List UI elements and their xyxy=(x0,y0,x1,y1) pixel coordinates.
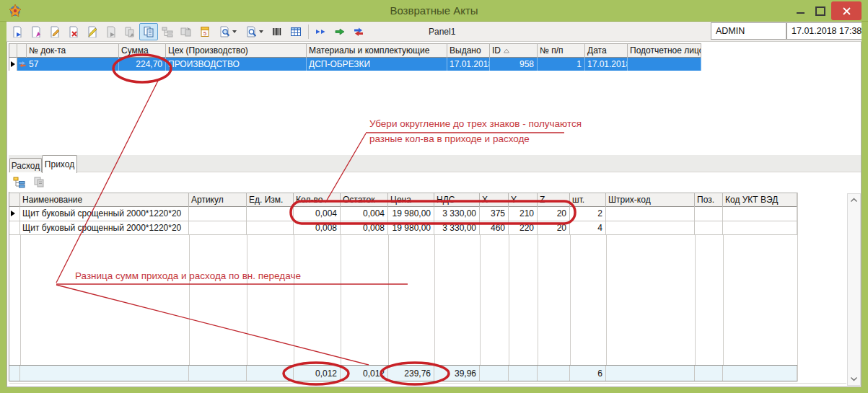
summary-cell-vat: 39,96 xyxy=(434,366,480,381)
cell-y[interactable]: 220 xyxy=(509,221,538,235)
cell-price[interactable]: 19 980,00 xyxy=(388,221,434,235)
bottom-grid-header-y[interactable]: Y xyxy=(509,193,538,207)
tab-prihod[interactable]: Приход xyxy=(42,155,77,173)
cell-x[interactable]: 460 xyxy=(480,221,509,235)
top-grid-header-materials[interactable]: Материалы и комплектующие xyxy=(307,43,447,58)
grid-bottom-line xyxy=(9,383,846,384)
grid-column-line xyxy=(294,235,294,365)
grid-column-line xyxy=(189,235,190,365)
bottom-grid-header-barcode[interactable]: Штрих-код xyxy=(606,193,695,207)
top-grid-header-doc-number[interactable]: № док-та xyxy=(27,43,119,58)
grid-column-line xyxy=(509,235,509,365)
cell-doc-number[interactable]: 57 xyxy=(27,58,119,71)
cell-ukt-code[interactable] xyxy=(723,207,797,221)
grids-layer: № док-таСуммаЦех (Производство)Материалы… xyxy=(0,0,868,393)
cell-unit[interactable] xyxy=(247,221,294,235)
cell-materials[interactable]: ДСП-ОБРЕЗКИ xyxy=(307,58,447,71)
summary-cell-qty: 0,012 xyxy=(294,366,341,381)
bottom-grid-header-name[interactable]: Наименование xyxy=(20,193,189,207)
cell-vat[interactable]: 3 330,00 xyxy=(434,221,480,235)
grid-column-line xyxy=(247,235,247,365)
cell-unit[interactable] xyxy=(247,207,294,221)
summary-cell-z xyxy=(538,366,570,381)
grid-column-line xyxy=(388,235,389,365)
cell-pcs[interactable]: 2 xyxy=(570,207,606,221)
cell-name[interactable]: Щит буковый срощенный 2000*1220*20 xyxy=(20,207,189,221)
bottom-grid-header-price[interactable]: Цена xyxy=(388,193,434,207)
row-indicator xyxy=(9,207,20,221)
grid-column-line xyxy=(606,235,607,365)
cell-rest[interactable]: 0,008 xyxy=(341,221,388,235)
cell-vat[interactable]: 3 330,00 xyxy=(434,207,480,221)
cell-sum[interactable]: 224,70 xyxy=(119,58,166,71)
summary-cell-name xyxy=(20,366,189,381)
table-row[interactable]: Щит буковый срощенный 2000*1220*200,0080… xyxy=(9,221,797,236)
bottom-grid-header-rest[interactable]: Остаток xyxy=(341,193,388,207)
bottom-grid-header-article[interactable]: Артикул xyxy=(189,193,247,207)
table-row[interactable]: Щит буковый срощенный 2000*1220*200,0040… xyxy=(9,207,797,221)
cell-rest[interactable]: 0,004 xyxy=(341,207,388,221)
cell-x[interactable]: 375 xyxy=(480,207,509,221)
cell-z[interactable]: 20 xyxy=(538,221,570,235)
cell-barcode[interactable] xyxy=(606,221,695,235)
bottom-grid-header-vat[interactable]: НДС xyxy=(434,193,480,207)
annotation-rounding-note-line2: разные кол-ва в приходе и расходе xyxy=(369,131,582,146)
top-grid-header-id[interactable]: ID xyxy=(490,43,538,58)
top-grid-header-sum[interactable]: Сумма xyxy=(119,43,166,58)
cell-workshop[interactable]: ПРОИЗВОДСТВО xyxy=(166,58,307,71)
top-grid-header-date[interactable]: Дата xyxy=(585,43,628,58)
bottom-grid-header-pos[interactable]: Поз. xyxy=(695,193,723,207)
top-grid-header-workshop[interactable]: Цех (Производство) xyxy=(166,43,307,58)
bottom-grid-header-qty[interactable]: Кол-во xyxy=(294,193,341,207)
row-transfer-icon-cell xyxy=(17,58,27,71)
top-grid-header-accountable[interactable]: Подотчетное лицо xyxy=(628,43,701,58)
cell-pcs[interactable]: 4 xyxy=(570,221,606,235)
cell-ukt-code[interactable] xyxy=(723,221,797,235)
cell-barcode[interactable] xyxy=(606,207,695,221)
summary-cell-rest: 0,012 xyxy=(341,366,388,381)
cell-name[interactable]: Щит буковый срощенный 2000*1220*20 xyxy=(20,221,189,235)
cell-issued[interactable]: 17.01.2018 xyxy=(447,58,490,71)
top-grid-header-indicator[interactable] xyxy=(9,43,17,58)
top-grid-selected-row[interactable]: 57224,70ПРОИЗВОДСТВОДСП-ОБРЕЗКИ17.01.201… xyxy=(9,58,701,71)
summary-cell-unit xyxy=(247,366,294,381)
bottom-grid-header-x[interactable]: X xyxy=(480,193,509,207)
bottom-grid-header-z[interactable]: Z xyxy=(538,193,570,207)
cell-accountable[interactable] xyxy=(628,58,701,71)
cell-qty[interactable]: 0,008 xyxy=(294,221,341,235)
row-indicator-icon xyxy=(11,211,15,216)
bottom-grid-header-unit[interactable]: Ед. Изм. xyxy=(247,193,294,207)
cell-ordinal[interactable]: 1 xyxy=(538,58,585,71)
annotation-rounding-note: Убери округление до трех знаков - получа… xyxy=(369,116,582,146)
cell-qty[interactable]: 0,004 xyxy=(294,207,341,221)
grid-column-line xyxy=(20,235,21,365)
top-grid-header-icon[interactable] xyxy=(17,43,27,58)
summary-cell-x xyxy=(480,366,509,381)
bottom-grid-header-pcs[interactable]: шт. xyxy=(570,193,606,207)
bottom-grid-header-ukt-code[interactable]: Код УКТ ВЭД xyxy=(723,193,797,207)
summary-cell-barcode xyxy=(606,366,695,381)
annotation-rounding-note-line1: Убери округление до трех знаков - получа… xyxy=(369,116,582,131)
summary-cell-price: 239,76 xyxy=(388,366,434,381)
cell-pos[interactable] xyxy=(695,221,723,235)
grid-column-line xyxy=(538,235,538,365)
summary-row: 0,0120,012239,7639,966 xyxy=(9,365,797,381)
top-grid-header-issued[interactable]: Выдано xyxy=(447,43,490,58)
row-indicator xyxy=(9,221,20,235)
cell-price[interactable]: 19 980,00 xyxy=(388,207,434,221)
grid-column-line xyxy=(434,235,435,365)
row-indicator-icon xyxy=(11,61,15,67)
summary-cell-ukt-code xyxy=(723,366,797,381)
transfer-row-icon xyxy=(18,60,27,69)
grid-column-line xyxy=(570,235,571,365)
cell-z[interactable]: 20 xyxy=(538,207,570,221)
cell-pos[interactable] xyxy=(695,207,723,221)
grid-column-line xyxy=(695,235,696,365)
cell-y[interactable]: 210 xyxy=(509,207,538,221)
top-grid-header-ordinal[interactable]: № п/п xyxy=(538,43,585,58)
bottom-grid-header-indicator[interactable] xyxy=(9,193,20,207)
cell-article[interactable] xyxy=(189,221,247,235)
cell-date[interactable]: 17.01.2018 xyxy=(585,58,628,71)
cell-id[interactable]: 958 xyxy=(490,58,538,71)
cell-article[interactable] xyxy=(189,207,247,221)
